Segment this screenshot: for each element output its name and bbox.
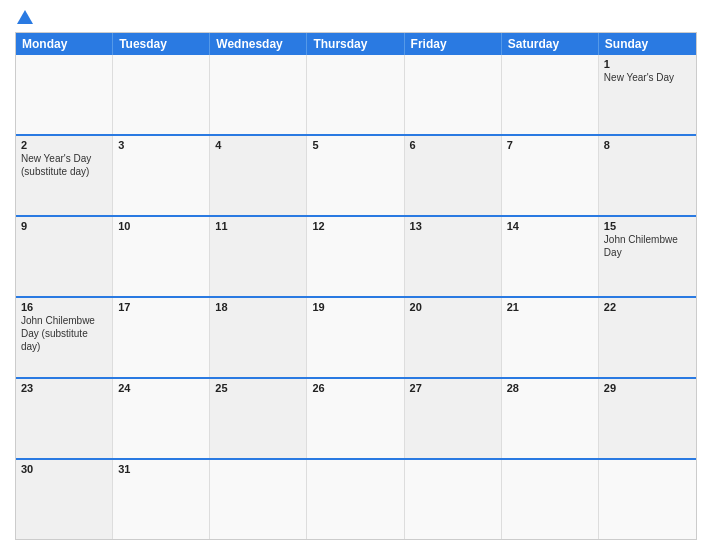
calendar-cell: 18	[210, 298, 307, 377]
calendar-cell: 11	[210, 217, 307, 296]
day-number: 10	[118, 220, 204, 232]
calendar-cell	[307, 460, 404, 539]
calendar-week: 9101112131415John Chilembwe Day	[16, 215, 696, 296]
calendar-header-cell: Monday	[16, 33, 113, 55]
calendar-header-cell: Sunday	[599, 33, 696, 55]
calendar-week: 3031	[16, 458, 696, 539]
day-number: 25	[215, 382, 301, 394]
day-number: 1	[604, 58, 691, 70]
calendar-header-cell: Tuesday	[113, 33, 210, 55]
day-number: 4	[215, 139, 301, 151]
calendar-week: 2New Year's Day (substitute day)345678	[16, 134, 696, 215]
day-number: 11	[215, 220, 301, 232]
calendar-cell: 3	[113, 136, 210, 215]
day-number: 6	[410, 139, 496, 151]
day-event: John Chilembwe Day (substitute day)	[21, 315, 95, 352]
calendar-cell	[16, 55, 113, 134]
calendar-cell: 20	[405, 298, 502, 377]
calendar-cell: 8	[599, 136, 696, 215]
day-number: 27	[410, 382, 496, 394]
day-number: 28	[507, 382, 593, 394]
calendar-cell: 14	[502, 217, 599, 296]
day-number: 3	[118, 139, 204, 151]
calendar-cell	[502, 55, 599, 134]
day-number: 7	[507, 139, 593, 151]
day-number: 29	[604, 382, 691, 394]
calendar-cell: 1New Year's Day	[599, 55, 696, 134]
calendar-cell: 26	[307, 379, 404, 458]
calendar-cell: 16John Chilembwe Day (substitute day)	[16, 298, 113, 377]
calendar-cell	[210, 460, 307, 539]
calendar-cell: 28	[502, 379, 599, 458]
calendar-cell: 7	[502, 136, 599, 215]
calendar-week: 1New Year's Day	[16, 55, 696, 134]
calendar-cell: 19	[307, 298, 404, 377]
calendar-header-cell: Friday	[405, 33, 502, 55]
calendar-cell: 13	[405, 217, 502, 296]
calendar-header-cell: Saturday	[502, 33, 599, 55]
calendar-cell: 4	[210, 136, 307, 215]
calendar-cell: 2New Year's Day (substitute day)	[16, 136, 113, 215]
calendar-cell: 17	[113, 298, 210, 377]
day-event: John Chilembwe Day	[604, 234, 678, 258]
calendar-cell: 30	[16, 460, 113, 539]
calendar-cell: 10	[113, 217, 210, 296]
header	[15, 10, 697, 26]
calendar: MondayTuesdayWednesdayThursdayFridaySatu…	[15, 32, 697, 540]
day-number: 21	[507, 301, 593, 313]
calendar-cell: 25	[210, 379, 307, 458]
calendar-cell	[307, 55, 404, 134]
calendar-header-cell: Thursday	[307, 33, 404, 55]
day-number: 18	[215, 301, 301, 313]
calendar-cell	[405, 460, 502, 539]
calendar-week: 16John Chilembwe Day (substitute day)171…	[16, 296, 696, 377]
day-number: 14	[507, 220, 593, 232]
day-number: 17	[118, 301, 204, 313]
calendar-week: 23242526272829	[16, 377, 696, 458]
logo-triangle-icon	[17, 10, 33, 24]
calendar-cell	[405, 55, 502, 134]
page: MondayTuesdayWednesdayThursdayFridaySatu…	[0, 0, 712, 550]
calendar-cell: 21	[502, 298, 599, 377]
day-number: 23	[21, 382, 107, 394]
calendar-cell	[113, 55, 210, 134]
day-event: New Year's Day	[604, 72, 674, 83]
day-number: 5	[312, 139, 398, 151]
calendar-cell: 27	[405, 379, 502, 458]
day-number: 15	[604, 220, 691, 232]
day-number: 2	[21, 139, 107, 151]
calendar-cell: 12	[307, 217, 404, 296]
day-number: 31	[118, 463, 204, 475]
day-number: 20	[410, 301, 496, 313]
calendar-body: 1New Year's Day2New Year's Day (substitu…	[16, 55, 696, 539]
calendar-cell: 31	[113, 460, 210, 539]
day-number: 26	[312, 382, 398, 394]
calendar-cell: 23	[16, 379, 113, 458]
calendar-cell: 5	[307, 136, 404, 215]
calendar-header: MondayTuesdayWednesdayThursdayFridaySatu…	[16, 33, 696, 55]
calendar-cell	[599, 460, 696, 539]
logo	[15, 10, 33, 26]
calendar-cell: 24	[113, 379, 210, 458]
day-event: New Year's Day (substitute day)	[21, 153, 91, 177]
calendar-cell	[502, 460, 599, 539]
calendar-header-cell: Wednesday	[210, 33, 307, 55]
day-number: 9	[21, 220, 107, 232]
calendar-cell: 9	[16, 217, 113, 296]
day-number: 30	[21, 463, 107, 475]
calendar-cell	[210, 55, 307, 134]
day-number: 24	[118, 382, 204, 394]
calendar-cell: 6	[405, 136, 502, 215]
day-number: 19	[312, 301, 398, 313]
day-number: 22	[604, 301, 691, 313]
day-number: 13	[410, 220, 496, 232]
day-number: 12	[312, 220, 398, 232]
calendar-cell: 15John Chilembwe Day	[599, 217, 696, 296]
calendar-cell: 29	[599, 379, 696, 458]
day-number: 8	[604, 139, 691, 151]
day-number: 16	[21, 301, 107, 313]
calendar-cell: 22	[599, 298, 696, 377]
